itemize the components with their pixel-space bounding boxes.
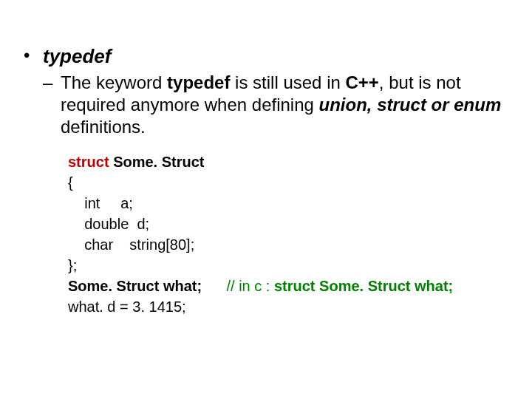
sub-post: definitions. bbox=[61, 117, 146, 137]
sub-keyword-typedef: typedef bbox=[167, 72, 230, 92]
code-line-8: what. d = 3. 1415; bbox=[68, 296, 508, 317]
dash-marker: – bbox=[43, 72, 61, 94]
sub-mid1: is still used in bbox=[230, 72, 345, 92]
bullet-title: typedef bbox=[43, 44, 111, 69]
code-comment: // in c : struct Some. Struct what; bbox=[226, 278, 453, 294]
code-line-4: double d; bbox=[68, 214, 508, 234]
code-line-6: }; bbox=[68, 255, 508, 276]
code-line-7: Some. Struct what; // in c : struct Some… bbox=[68, 276, 508, 296]
sub-bullet-item: – The keyword typedef is still used in C… bbox=[24, 72, 508, 138]
code-struct-name: Some. Struct bbox=[109, 154, 205, 170]
code-block: struct Some. Struct { int a; double d; c… bbox=[24, 151, 508, 317]
code-line-1: struct Some. Struct bbox=[68, 151, 508, 172]
code-line-2: { bbox=[68, 172, 508, 193]
code-struct-keyword: struct bbox=[68, 154, 109, 170]
bullet-marker: • bbox=[24, 44, 43, 66]
sub-text: The keyword typedef is still used in C++… bbox=[61, 72, 508, 138]
sub-lang: C++ bbox=[345, 72, 378, 92]
sub-pre: The keyword bbox=[61, 72, 167, 92]
code-decl: Some. Struct what; bbox=[68, 278, 226, 294]
bullet-item: • typedef bbox=[24, 44, 508, 69]
code-line-5: char string[80]; bbox=[68, 234, 508, 255]
code-line-3: int a; bbox=[68, 193, 508, 214]
code-comment-bold: struct Some. Struct what; bbox=[274, 278, 453, 294]
sub-keywords-list: union, struct or enum bbox=[319, 95, 502, 115]
code-comment-pre: // in c : bbox=[226, 278, 273, 294]
